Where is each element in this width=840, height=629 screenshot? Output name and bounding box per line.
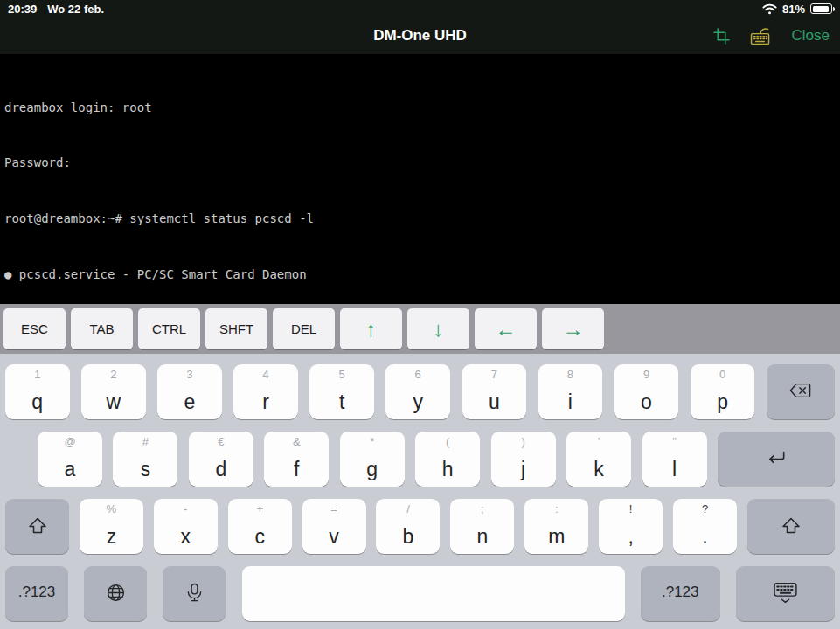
key-shift-left[interactable] — [5, 499, 69, 554]
key-esc[interactable]: ESC — [3, 308, 66, 349]
battery-percent: 81% — [782, 3, 805, 16]
shift-icon — [781, 516, 802, 535]
globe-icon — [106, 583, 126, 603]
key-globe[interactable] — [84, 566, 147, 621]
key-o[interactable]: 9o — [614, 364, 679, 419]
close-button[interactable]: Close — [792, 27, 830, 45]
key-shift-right[interactable] — [747, 499, 835, 554]
return-icon — [765, 449, 788, 467]
key-arrow-up[interactable]: ↑ — [340, 308, 402, 349]
key-numbers-right[interactable]: .?123 — [641, 566, 720, 621]
status-time: 20:39 — [8, 3, 37, 16]
key-y[interactable]: 6y — [385, 364, 450, 419]
status-bar: 20:39 Wo 22 feb. 81% — [0, 0, 840, 17]
key-t[interactable]: 5t — [309, 364, 374, 419]
key-r[interactable]: 4r — [233, 364, 298, 419]
wifi-icon — [762, 3, 777, 15]
keyboard-toggle-button[interactable] — [750, 27, 772, 45]
key-d[interactable]: €d — [189, 432, 253, 487]
status-date: Wo 22 feb. — [47, 3, 104, 16]
key-arrow-left[interactable]: ← — [475, 308, 537, 349]
shift-icon — [27, 516, 48, 535]
key-w[interactable]: 2w — [81, 364, 146, 419]
key-g[interactable]: *g — [340, 432, 405, 487]
keyboard-icon — [750, 27, 772, 45]
key-m[interactable]: :m — [524, 499, 588, 554]
key-c[interactable]: +c — [228, 499, 292, 554]
backspace-icon — [788, 382, 812, 399]
key-f[interactable]: &f — [264, 432, 329, 487]
key-p[interactable]: 0p — [691, 364, 755, 419]
key-x[interactable]: -x — [154, 499, 218, 554]
key-arrow-right[interactable]: → — [542, 308, 604, 349]
key-a[interactable]: @a — [38, 432, 102, 487]
key-comma[interactable]: !, — [599, 499, 663, 554]
terminal-line: dreambox login: root — [4, 99, 840, 117]
key-ctrl[interactable]: CTRL — [138, 308, 200, 349]
key-v[interactable]: =v — [302, 499, 366, 554]
keyboard-dismiss-icon — [773, 582, 798, 604]
terminal-output[interactable]: dreambox login: root Password: root@drea… — [0, 54, 840, 304]
key-l[interactable]: "l — [642, 432, 707, 487]
keyboard-row-4: .?123 .?123 — [5, 566, 835, 621]
key-h[interactable]: (h — [415, 432, 480, 487]
mic-icon — [185, 583, 204, 603]
key-n[interactable]: ;n — [450, 499, 514, 554]
key-space[interactable] — [242, 566, 625, 621]
terminal-line: ● pcscd.service - PC/SC Smart Card Daemo… — [4, 266, 840, 284]
terminal-line: Password: — [4, 154, 840, 172]
key-q[interactable]: 1q — [5, 364, 70, 419]
key-k[interactable]: 'k — [566, 432, 631, 487]
key-mic[interactable] — [163, 566, 226, 621]
key-return[interactable] — [718, 432, 835, 487]
keyboard-row-3: %z -x +c =v /b ;n :m !, ?. — [5, 499, 835, 554]
key-u[interactable]: 7u — [462, 364, 527, 419]
battery-icon — [810, 3, 832, 14]
key-e[interactable]: 3e — [157, 364, 222, 419]
key-j[interactable]: )j — [491, 432, 556, 487]
key-arrow-down[interactable]: ↓ — [407, 308, 469, 349]
key-shft[interactable]: SHFT — [205, 308, 267, 349]
key-tab[interactable]: TAB — [71, 308, 133, 349]
accessory-key-bar: ESC TAB CTRL SHFT DEL ↑ ↓ ← → — [0, 304, 840, 354]
key-b[interactable]: /b — [376, 499, 440, 554]
key-del[interactable]: DEL — [273, 308, 335, 349]
keyboard-row-1: 1q 2w 3e 4r 5t 6y 7u 8i 9o 0p — [5, 364, 835, 419]
crop-icon — [713, 28, 730, 45]
onscreen-keyboard: 1q 2w 3e 4r 5t 6y 7u 8i 9o 0p @a #s €d &… — [0, 354, 840, 629]
keyboard-row-2: @a #s €d &f *g (h )j 'k "l — [5, 432, 835, 487]
crop-button[interactable] — [713, 28, 730, 45]
key-numbers-left[interactable]: .?123 — [5, 566, 68, 621]
key-s[interactable]: #s — [113, 432, 177, 487]
key-dismiss-keyboard[interactable] — [736, 566, 835, 621]
key-z[interactable]: %z — [80, 499, 143, 554]
key-backspace[interactable] — [767, 364, 835, 419]
app-header: DM-One UHD Close — [0, 17, 840, 54]
terminal-line: root@dreambox:~# systemctl status pcscd … — [4, 210, 840, 228]
screen: 20:39 Wo 22 feb. 81% DM-One UHD — [0, 0, 840, 629]
key-period[interactable]: ?. — [673, 499, 737, 554]
key-i[interactable]: 8i — [538, 364, 603, 419]
page-title: DM-One UHD — [373, 27, 467, 45]
